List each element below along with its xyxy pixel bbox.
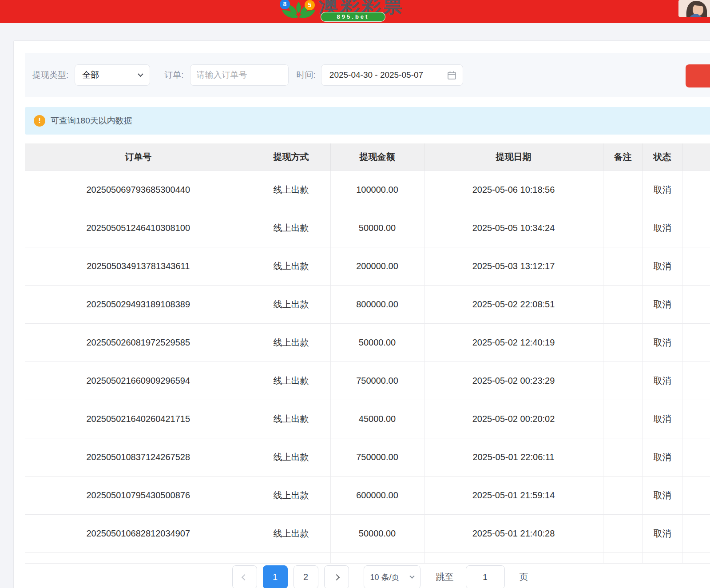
cell-remark [603, 285, 643, 323]
header-bar: 8 5 澳彩彩票 895.bet [0, 0, 710, 23]
column-header-remark: 备注 [603, 143, 643, 171]
cell-extra [682, 438, 710, 476]
next-page-button[interactable] [324, 565, 349, 588]
cell-extra [682, 323, 710, 362]
cell-order-no: 202505010837124267528 [25, 438, 252, 476]
cell-date: 2025-05-01 22:06:11 [424, 438, 603, 476]
table-header-row: 订单号 提现方式 提现金额 提现日期 备注 状态 [25, 143, 710, 171]
cell-amount: 600000.00 [330, 476, 424, 514]
cell-order-no: 202505010795430500876 [25, 476, 252, 514]
cell-method: 线上出款 [252, 285, 330, 323]
cell-status: 取消 [643, 438, 682, 476]
cell-status: 取消 [643, 476, 682, 514]
cell-remark [603, 323, 643, 362]
order-label: 订单: [164, 69, 183, 81]
cell-extra [682, 209, 710, 247]
cell-amount: 800000.00 [330, 285, 424, 323]
cell-amount: 100000.00 [330, 171, 424, 209]
user-avatar[interactable] [678, 0, 710, 17]
withdraw-records-card: 提现类型: 全部 订单: 时间: 2025-04-30 - 2025-05-07… [13, 40, 710, 588]
notice-banner: ! 可查询180天以内数据 [25, 107, 710, 135]
cell-extra [682, 285, 710, 323]
cell-method: 线上出款 [252, 514, 330, 552]
column-header-order-no: 订单号 [25, 143, 252, 171]
cell-method: 线上出款 [252, 476, 330, 514]
date-range-picker[interactable]: 2025-04-30 - 2025-05-07 [321, 64, 463, 86]
cell-status: 取消 [643, 285, 682, 323]
withdraw-type-label: 提现类型: [32, 69, 68, 81]
filter-bar: 提现类型: 全部 订单: 时间: 2025-04-30 - 2025-05-07 [25, 53, 710, 97]
page-unit-label: 页 [520, 571, 528, 583]
cell-remark [603, 362, 643, 400]
withdrawals-table: 订单号 提现方式 提现金额 提现日期 备注 状态 202505069793685… [25, 143, 710, 564]
table-row: 202505021660909296594 线上出款 750000.00 202… [25, 362, 710, 400]
cell-order-no: 202505010682812034907 [25, 514, 252, 552]
cell-extra [682, 400, 710, 438]
cell-extra [682, 362, 710, 400]
column-header-extra [682, 143, 710, 171]
cell-method: 线上出款 [252, 362, 330, 400]
search-button[interactable] [686, 64, 710, 87]
cell-order-no: 202505069793685300440 [25, 171, 252, 209]
cell-order-no: 202505021640260421715 [25, 400, 252, 438]
chevron-down-icon [409, 573, 414, 578]
order-number-input[interactable] [190, 65, 288, 85]
withdraw-type-select[interactable]: 全部 [75, 64, 150, 86]
cell-amount: 50000.00 [330, 209, 424, 247]
table-row: 202505029493189108389 线上出款 800000.00 202… [25, 285, 710, 323]
cell-date: 2025-05-01 21:40:28 [424, 514, 603, 552]
cell-order-no: 202505029493189108389 [25, 285, 252, 323]
table-header: 订单号 提现方式 提现金额 提现日期 备注 状态 [25, 143, 710, 171]
cell-date: 2025-05-02 00:23:29 [424, 362, 603, 400]
cell-amount: 45000.00 [330, 400, 424, 438]
jump-page-input[interactable] [466, 565, 505, 588]
brand-logo[interactable]: 8 5 澳彩彩票 895.bet [280, 0, 391, 23]
cell-extra [682, 247, 710, 285]
column-header-date: 提现日期 [424, 143, 603, 171]
cell-method: 线上出款 [252, 209, 330, 247]
cell-amount: 200000.00 [330, 247, 424, 285]
jump-to-label: 跳至 [436, 571, 454, 583]
time-label: 时间: [297, 69, 316, 81]
cell-remark [603, 171, 643, 209]
cell-amount: 50000.00 [330, 514, 424, 552]
cell-status: 取消 [643, 247, 682, 285]
cell-extra [682, 514, 710, 552]
cell-date: 2025-05-06 10:18:56 [424, 171, 603, 209]
cell-date: 2025-05-02 00:20:02 [424, 400, 603, 438]
order-input-box [190, 64, 289, 86]
table-row: 202505021640260421715 线上出款 45000.00 2025… [25, 400, 710, 438]
cell-date: 2025-05-03 13:12:17 [424, 247, 603, 285]
cell-method: 线上出款 [252, 171, 330, 209]
table-row: 202505069793685300440 线上出款 100000.00 202… [25, 171, 710, 209]
cell-date: 2025-05-01 21:59:14 [424, 476, 603, 514]
table-body: 202505069793685300440 线上出款 100000.00 202… [25, 171, 710, 552]
warning-icon: ! [34, 115, 45, 127]
cell-amount: 750000.00 [330, 362, 424, 400]
chevron-left-icon [241, 574, 247, 580]
cell-remark [603, 514, 643, 552]
cell-method: 线上出款 [252, 323, 330, 362]
cell-status: 取消 [643, 171, 682, 209]
column-header-amount: 提现金额 [330, 143, 424, 171]
cell-status: 取消 [643, 323, 682, 362]
notice-text: 可查询180天以内数据 [51, 115, 132, 127]
cell-order-no: 202505034913781343611 [25, 247, 252, 285]
cell-date: 2025-05-05 10:34:24 [424, 209, 603, 247]
page-button-1[interactable]: 1 [263, 565, 288, 588]
cell-status: 取消 [643, 362, 682, 400]
cell-method: 线上出款 [252, 247, 330, 285]
date-range-value: 2025-04-30 - 2025-05-07 [329, 70, 423, 80]
cell-extra [682, 476, 710, 514]
table-row: 202505034913781343611 线上出款 200000.00 202… [25, 247, 710, 285]
table-bottom-stub [25, 552, 710, 563]
cell-order-no: 202505051246410308100 [25, 209, 252, 247]
prev-page-button[interactable] [232, 565, 257, 588]
cell-method: 线上出款 [252, 438, 330, 476]
cell-remark [603, 209, 643, 247]
table-row: 202505010795430500876 线上出款 600000.00 202… [25, 476, 710, 514]
page-size-select[interactable]: 10 条/页 [364, 565, 420, 588]
page-button-2[interactable]: 2 [294, 565, 318, 588]
page-size-value: 10 条/页 [370, 572, 400, 583]
table-row: 202505010682812034907 线上出款 50000.00 2025… [25, 514, 710, 552]
